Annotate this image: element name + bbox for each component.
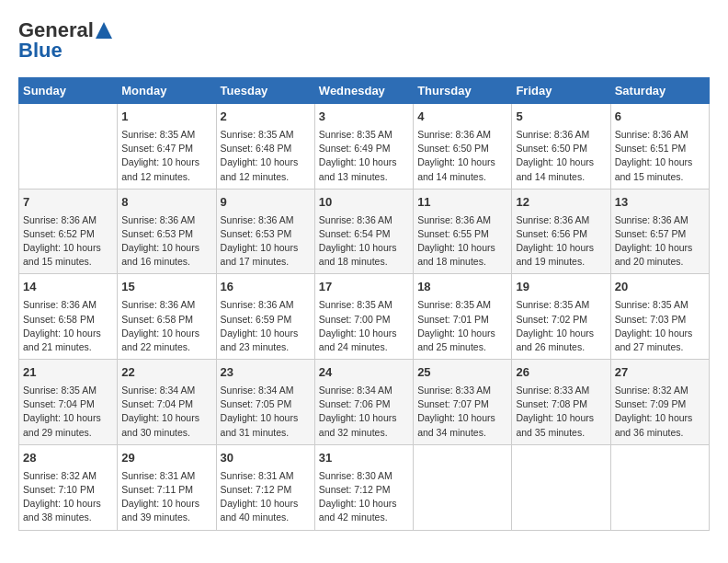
column-header-saturday: Saturday <box>610 78 709 104</box>
calendar-cell: 5Sunrise: 8:36 AM Sunset: 6:50 PM Daylig… <box>512 104 610 190</box>
logo-blue: Blue <box>18 39 63 63</box>
cell-content: Sunrise: 8:33 AM Sunset: 7:08 PM Dayligh… <box>516 384 606 440</box>
calendar-table: SundayMondayTuesdayWednesdayThursdayFrid… <box>18 77 710 531</box>
cell-content: Sunrise: 8:35 AM Sunset: 7:02 PM Dayligh… <box>516 298 606 354</box>
cell-content: Sunrise: 8:36 AM Sunset: 6:55 PM Dayligh… <box>417 213 507 270</box>
day-number: 18 <box>417 279 507 296</box>
calendar-cell: 4Sunrise: 8:36 AM Sunset: 6:50 PM Daylig… <box>414 104 512 190</box>
calendar-cell: 6Sunrise: 8:36 AM Sunset: 6:51 PM Daylig… <box>610 104 709 190</box>
day-number: 25 <box>417 364 507 382</box>
cell-content: Sunrise: 8:36 AM Sunset: 6:50 PM Dayligh… <box>417 128 507 184</box>
day-number: 19 <box>516 279 606 296</box>
calendar-cell: 28Sunrise: 8:32 AM Sunset: 7:10 PM Dayli… <box>19 444 118 530</box>
logo: General Blue <box>18 18 112 63</box>
calendar-cell: 12Sunrise: 8:36 AM Sunset: 6:56 PM Dayli… <box>512 189 610 274</box>
calendar-cell: 15Sunrise: 8:36 AM Sunset: 6:58 PM Dayli… <box>118 274 216 360</box>
day-number: 22 <box>121 364 211 382</box>
calendar-cell: 17Sunrise: 8:35 AM Sunset: 7:00 PM Dayli… <box>314 274 413 360</box>
calendar-cell: 16Sunrise: 8:36 AM Sunset: 6:59 PM Dayli… <box>216 274 314 360</box>
calendar-cell: 24Sunrise: 8:34 AM Sunset: 7:06 PM Dayli… <box>314 360 413 445</box>
column-header-sunday: Sunday <box>19 78 118 104</box>
cell-content: Sunrise: 8:34 AM Sunset: 7:06 PM Dayligh… <box>319 384 409 440</box>
cell-content: Sunrise: 8:36 AM Sunset: 6:50 PM Dayligh… <box>516 128 606 184</box>
cell-content: Sunrise: 8:35 AM Sunset: 6:48 PM Dayligh… <box>221 128 311 184</box>
calendar-cell: 18Sunrise: 8:35 AM Sunset: 7:01 PM Dayli… <box>414 274 512 360</box>
day-number: 1 <box>121 109 211 126</box>
calendar-cell: 22Sunrise: 8:34 AM Sunset: 7:04 PM Dayli… <box>118 360 216 445</box>
calendar-week-3: 14Sunrise: 8:36 AM Sunset: 6:58 PM Dayli… <box>19 274 710 360</box>
calendar-cell: 20Sunrise: 8:35 AM Sunset: 7:03 PM Dayli… <box>610 274 709 360</box>
cell-content: Sunrise: 8:35 AM Sunset: 7:03 PM Dayligh… <box>615 298 705 354</box>
day-number: 7 <box>23 194 113 212</box>
calendar-cell: 9Sunrise: 8:36 AM Sunset: 6:53 PM Daylig… <box>216 189 314 274</box>
calendar-cell <box>19 104 118 190</box>
cell-content: Sunrise: 8:36 AM Sunset: 6:52 PM Dayligh… <box>23 213 113 270</box>
day-number: 15 <box>121 279 211 296</box>
calendar-cell: 21Sunrise: 8:35 AM Sunset: 7:04 PM Dayli… <box>19 360 118 445</box>
calendar-week-1: 1Sunrise: 8:35 AM Sunset: 6:47 PM Daylig… <box>19 104 710 190</box>
calendar-cell: 3Sunrise: 8:35 AM Sunset: 6:49 PM Daylig… <box>314 104 413 190</box>
cell-content: Sunrise: 8:35 AM Sunset: 7:01 PM Dayligh… <box>417 298 507 354</box>
day-number: 20 <box>615 279 705 296</box>
day-number: 28 <box>23 450 113 467</box>
calendar-cell: 7Sunrise: 8:36 AM Sunset: 6:52 PM Daylig… <box>19 189 118 274</box>
calendar-cell: 29Sunrise: 8:31 AM Sunset: 7:11 PM Dayli… <box>118 444 216 530</box>
day-number: 30 <box>221 450 311 467</box>
svg-marker-0 <box>96 22 112 39</box>
cell-content: Sunrise: 8:36 AM Sunset: 6:56 PM Dayligh… <box>516 213 606 270</box>
day-number: 9 <box>221 194 311 212</box>
calendar-cell: 13Sunrise: 8:36 AM Sunset: 6:57 PM Dayli… <box>610 189 709 274</box>
column-header-friday: Friday <box>512 78 610 104</box>
cell-content: Sunrise: 8:35 AM Sunset: 6:47 PM Dayligh… <box>121 128 211 184</box>
cell-content: Sunrise: 8:36 AM Sunset: 6:53 PM Dayligh… <box>121 213 211 270</box>
calendar-cell <box>610 444 709 530</box>
column-header-thursday: Thursday <box>414 78 512 104</box>
day-number: 5 <box>516 109 606 126</box>
cell-content: Sunrise: 8:36 AM Sunset: 6:54 PM Dayligh… <box>319 213 409 270</box>
day-number: 26 <box>516 364 606 382</box>
cell-content: Sunrise: 8:36 AM Sunset: 6:53 PM Dayligh… <box>221 213 311 270</box>
cell-content: Sunrise: 8:35 AM Sunset: 7:04 PM Dayligh… <box>23 384 113 440</box>
cell-content: Sunrise: 8:36 AM Sunset: 6:57 PM Dayligh… <box>615 213 705 270</box>
cell-content: Sunrise: 8:34 AM Sunset: 7:04 PM Dayligh… <box>121 384 211 440</box>
column-header-wednesday: Wednesday <box>314 78 413 104</box>
cell-content: Sunrise: 8:36 AM Sunset: 6:59 PM Dayligh… <box>221 298 311 354</box>
page-header: General Blue <box>18 18 710 63</box>
logo-icon <box>96 22 112 39</box>
calendar-cell: 31Sunrise: 8:30 AM Sunset: 7:12 PM Dayli… <box>314 444 413 530</box>
day-number: 24 <box>319 364 409 382</box>
calendar-cell: 11Sunrise: 8:36 AM Sunset: 6:55 PM Dayli… <box>414 189 512 274</box>
cell-content: Sunrise: 8:35 AM Sunset: 7:00 PM Dayligh… <box>319 298 409 354</box>
cell-content: Sunrise: 8:31 AM Sunset: 7:12 PM Dayligh… <box>221 469 311 525</box>
day-number: 23 <box>221 364 311 382</box>
day-number: 29 <box>121 450 211 467</box>
day-number: 3 <box>319 109 409 126</box>
cell-content: Sunrise: 8:31 AM Sunset: 7:11 PM Dayligh… <box>121 469 211 525</box>
calendar-cell: 27Sunrise: 8:32 AM Sunset: 7:09 PM Dayli… <box>610 360 709 445</box>
calendar-week-2: 7Sunrise: 8:36 AM Sunset: 6:52 PM Daylig… <box>19 189 710 274</box>
day-number: 16 <box>221 279 311 296</box>
cell-content: Sunrise: 8:36 AM Sunset: 6:58 PM Dayligh… <box>121 298 211 354</box>
day-number: 13 <box>615 194 705 212</box>
cell-content: Sunrise: 8:36 AM Sunset: 6:51 PM Dayligh… <box>615 128 705 184</box>
day-number: 4 <box>417 109 507 126</box>
day-number: 17 <box>319 279 409 296</box>
day-number: 14 <box>23 279 113 296</box>
calendar-cell: 26Sunrise: 8:33 AM Sunset: 7:08 PM Dayli… <box>512 360 610 445</box>
calendar-cell <box>512 444 610 530</box>
day-number: 8 <box>121 194 211 212</box>
cell-content: Sunrise: 8:32 AM Sunset: 7:10 PM Dayligh… <box>23 469 113 525</box>
calendar-cell: 14Sunrise: 8:36 AM Sunset: 6:58 PM Dayli… <box>19 274 118 360</box>
calendar-cell: 30Sunrise: 8:31 AM Sunset: 7:12 PM Dayli… <box>216 444 314 530</box>
calendar-cell: 23Sunrise: 8:34 AM Sunset: 7:05 PM Dayli… <box>216 360 314 445</box>
day-number: 10 <box>319 194 409 212</box>
calendar-cell: 2Sunrise: 8:35 AM Sunset: 6:48 PM Daylig… <box>216 104 314 190</box>
column-header-monday: Monday <box>118 78 216 104</box>
day-number: 21 <box>23 364 113 382</box>
calendar-cell: 1Sunrise: 8:35 AM Sunset: 6:47 PM Daylig… <box>118 104 216 190</box>
calendar-week-5: 28Sunrise: 8:32 AM Sunset: 7:10 PM Dayli… <box>19 444 710 530</box>
cell-content: Sunrise: 8:34 AM Sunset: 7:05 PM Dayligh… <box>221 384 311 440</box>
calendar-cell <box>414 444 512 530</box>
calendar-week-4: 21Sunrise: 8:35 AM Sunset: 7:04 PM Dayli… <box>19 360 710 445</box>
cell-content: Sunrise: 8:35 AM Sunset: 6:49 PM Dayligh… <box>319 128 409 184</box>
